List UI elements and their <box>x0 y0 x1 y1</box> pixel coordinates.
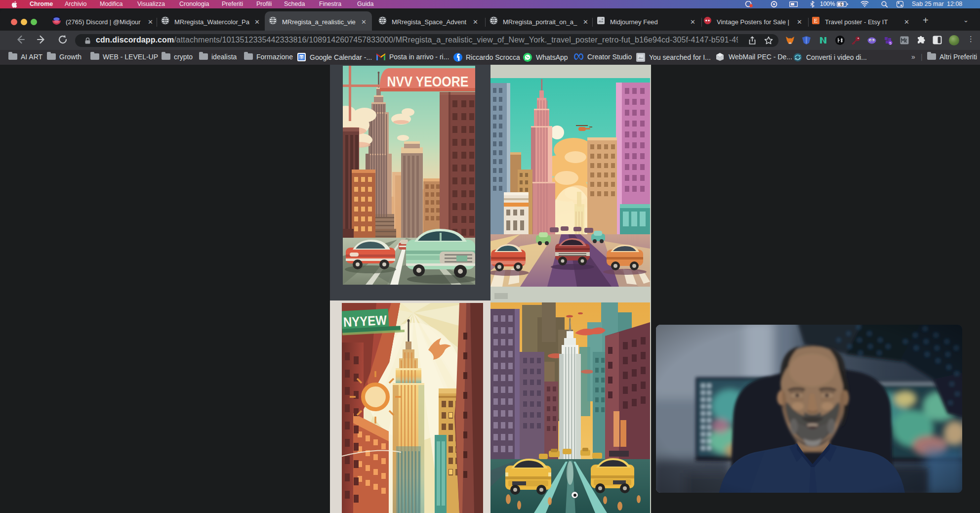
svg-text:NYYEW: NYYEW <box>343 313 387 330</box>
svg-text:5: 5 <box>889 41 892 45</box>
svg-text:NVV YEOORE: NVV YEOORE <box>387 74 469 90</box>
svg-text:E: E <box>814 17 817 24</box>
svg-text:31: 31 <box>299 55 304 60</box>
